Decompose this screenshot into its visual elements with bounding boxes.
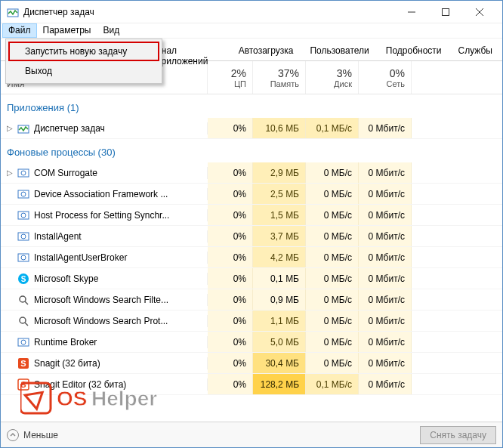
memory-cell: 1,1 МБ xyxy=(253,311,306,331)
process-name-cell: SSnagit (32 бита) xyxy=(1,357,208,369)
svg-point-20 xyxy=(20,317,26,323)
process-row[interactable]: SSnagit Editor (32 бита)0%128,2 МБ0,1 МБ… xyxy=(1,374,502,395)
process-name-cell: Runtime Broker xyxy=(1,336,208,348)
chevron-up-icon xyxy=(7,429,19,441)
network-cell: 0 Мбит/с xyxy=(359,332,412,352)
cpu-pct: 2% xyxy=(231,67,246,79)
disk-cell: 0 МБ/с xyxy=(306,289,359,310)
net-lbl: Сеть xyxy=(387,79,405,88)
process-row[interactable]: ▷Диспетчер задач0%10,6 МБ0,1 МБ/с0 Мбит/… xyxy=(1,118,502,139)
expand-chevron-icon[interactable]: ▷ xyxy=(5,168,14,177)
col-disk[interactable]: 3% Диск xyxy=(306,61,359,94)
network-cell: 0 Мбит/с xyxy=(359,289,412,310)
process-name-cell: InstallAgent xyxy=(1,230,208,243)
process-row[interactable]: Device Association Framework ...0%2,5 МБ… xyxy=(1,184,502,205)
cpu-cell: 0% xyxy=(208,311,253,331)
gear-icon xyxy=(17,230,29,243)
process-name: Host Process for Setting Synchr... xyxy=(34,210,169,221)
mem-lbl: Память xyxy=(270,79,299,88)
cpu-cell: 0% xyxy=(208,289,253,310)
col-cpu[interactable]: 2% ЦП xyxy=(208,61,253,94)
tab-details[interactable]: Подробности xyxy=(378,41,450,61)
memory-cell: 0,9 МБ xyxy=(253,289,306,310)
search-icon xyxy=(17,294,29,306)
process-name: Device Association Framework ... xyxy=(34,189,168,199)
cpu-cell: 0% xyxy=(208,332,253,352)
tab-services[interactable]: Службы xyxy=(450,41,501,61)
titlebar: Диспетчер задач xyxy=(1,1,502,23)
cpu-cell: 0% xyxy=(208,162,253,183)
process-name: COM Surrogate xyxy=(34,168,97,178)
menu-exit[interactable]: Выход xyxy=(8,61,159,81)
menu-options[interactable]: Параметры xyxy=(37,23,97,38)
group-background: Фоновые процессы (30) xyxy=(1,139,502,162)
end-task-button[interactable]: Снять задачу xyxy=(420,426,496,444)
statusbar: Меньше Снять задачу xyxy=(1,422,502,447)
svg-text:S: S xyxy=(21,275,26,283)
process-list[interactable]: Приложения (1)▷Диспетчер задач0%10,6 МБ0… xyxy=(1,94,502,436)
process-row[interactable]: InstallAgent0%3,7 МБ0 МБ/с0 Мбит/с xyxy=(1,226,502,247)
network-cell: 0 Мбит/с xyxy=(359,118,412,138)
process-row[interactable]: Runtime Broker0%5,0 МБ0 МБ/с0 Мбит/с xyxy=(1,332,502,353)
process-name: Microsoft Windows Search Filte... xyxy=(34,295,168,305)
disk-cell: 0,1 МБ/с xyxy=(306,118,359,138)
process-name-cell: SMicrosoft Skype xyxy=(1,273,208,285)
network-cell: 0 Мбит/с xyxy=(359,374,412,394)
col-network[interactable]: 0% Сеть xyxy=(359,61,412,94)
gear-icon xyxy=(17,252,29,264)
cpu-cell: 0% xyxy=(208,353,253,373)
process-row[interactable]: Microsoft Windows Search Filte...0%0,9 М… xyxy=(1,289,502,311)
process-row[interactable]: Host Process for Setting Synchr...0%1,5 … xyxy=(1,205,502,226)
menu-file[interactable]: Файл xyxy=(2,23,37,38)
disk-cell: 0 МБ/с xyxy=(306,226,359,246)
cpu-cell: 0% xyxy=(208,184,253,204)
memory-cell: 1,5 МБ xyxy=(253,205,306,225)
memory-cell: 0,1 МБ xyxy=(253,268,306,289)
window-controls xyxy=(394,2,496,23)
expand-chevron-icon[interactable]: ▷ xyxy=(5,124,14,132)
gear-icon xyxy=(17,209,29,221)
network-cell: 0 Мбит/с xyxy=(359,162,412,183)
disk-cell: 0 МБ/с xyxy=(306,332,359,352)
memory-cell: 2,9 МБ xyxy=(253,162,306,183)
process-row[interactable]: SSnagit (32 бита)0%30,4 МБ0 МБ/с0 Мбит/с xyxy=(1,353,502,374)
fewer-label: Меньше xyxy=(23,430,58,440)
gear-icon xyxy=(17,336,29,348)
disk-cell: 0 МБ/с xyxy=(306,162,359,183)
tab-startup[interactable]: Автозагрузка xyxy=(230,41,302,61)
minimize-button[interactable] xyxy=(394,2,428,23)
svg-line-21 xyxy=(25,323,28,326)
network-cell: 0 Мбит/с xyxy=(359,205,412,225)
process-name: InstallAgent xyxy=(34,231,82,242)
maximize-button[interactable] xyxy=(428,2,462,23)
close-button[interactable] xyxy=(462,2,496,23)
fewer-details-button[interactable]: Меньше xyxy=(7,429,58,441)
skype-icon: S xyxy=(17,273,29,285)
col-memory[interactable]: 37% Память xyxy=(253,61,306,94)
process-row[interactable]: Microsoft Windows Search Prot...0%1,1 МБ… xyxy=(1,311,502,332)
process-row[interactable]: SMicrosoft Skype0%0,1 МБ0 МБ/с0 Мбит/с xyxy=(1,268,502,289)
process-name: Snagit Editor (32 бита) xyxy=(34,379,126,390)
memory-cell: 128,2 МБ xyxy=(253,374,306,394)
disk-cell: 0 МБ/с xyxy=(306,353,359,373)
cpu-cell: 0% xyxy=(208,205,253,225)
mem-pct: 37% xyxy=(278,67,299,79)
memory-cell: 4,2 МБ xyxy=(253,247,306,267)
process-row[interactable]: InstallAgentUserBroker0%4,2 МБ0 МБ/с0 Мб… xyxy=(1,247,502,268)
menu-view[interactable]: Вид xyxy=(97,23,125,38)
svg-rect-2 xyxy=(442,8,449,15)
process-row[interactable]: ▷COM Surrogate0%2,9 МБ0 МБ/с0 Мбит/с xyxy=(1,162,502,184)
cpu-cell: 0% xyxy=(208,118,253,138)
menubar: Файл Параметры Вид xyxy=(1,23,502,39)
menu-run-new-task[interactable]: Запустить новую задачу xyxy=(8,42,159,61)
disk-cell: 0 МБ/с xyxy=(306,268,359,289)
cpu-cell: 0% xyxy=(208,226,253,246)
disk-lbl: Диск xyxy=(334,79,352,88)
disk-cell: 0,1 МБ/с xyxy=(306,374,359,394)
process-name-cell: Microsoft Windows Search Prot... xyxy=(1,315,208,327)
file-menu-dropdown: Запустить новую задачу Выход xyxy=(5,39,162,84)
tab-users[interactable]: Пользователи xyxy=(301,41,377,61)
svg-text:S: S xyxy=(20,359,26,368)
network-cell: 0 Мбит/с xyxy=(359,226,412,246)
network-cell: 0 Мбит/с xyxy=(359,268,412,289)
